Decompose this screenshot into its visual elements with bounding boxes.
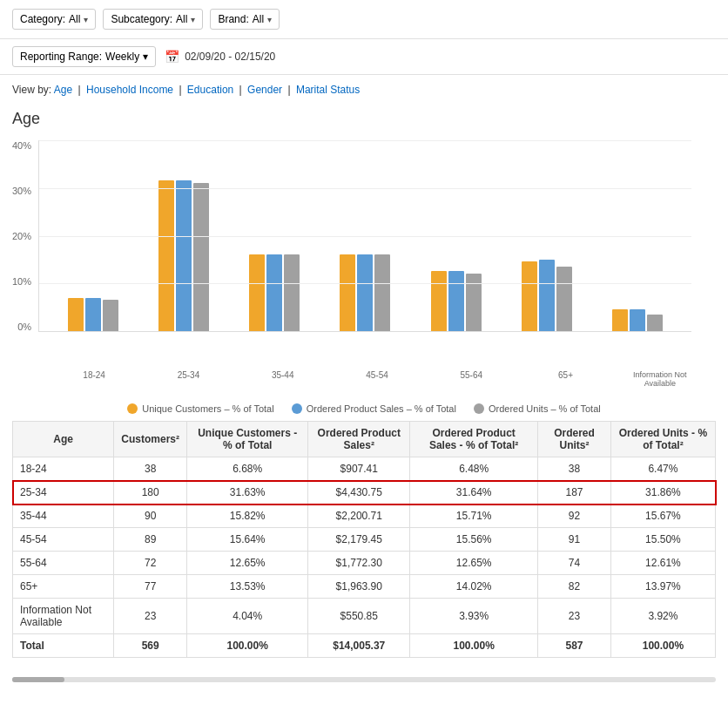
bar-gray-info-na — [647, 315, 663, 331]
category-filter[interactable]: Category: All ▾ — [12, 9, 96, 30]
gridline-10 — [39, 283, 691, 284]
view-by-household-income[interactable]: Household Income — [86, 84, 173, 96]
cell-ops-pct-6: 3.93% — [410, 599, 538, 634]
cell-age-6: Information Not Available — [13, 599, 114, 634]
legend-dot-orange — [127, 403, 138, 414]
table-total-row: Total 569 100.00% $14,005.37 100.00% 587… — [13, 634, 716, 658]
cell-age-4: 55-64 — [13, 552, 114, 575]
table-row: 35-44 90 15.82% $2,200.71 15.71% 92 15.6… — [13, 504, 716, 528]
y-label-20: 20% — [12, 231, 31, 241]
cell-customers-4: 72 — [114, 552, 187, 575]
cell-customers-3: 89 — [114, 528, 187, 552]
cell-ops-pct-5: 14.02% — [410, 575, 538, 599]
view-by-education[interactable]: Education — [187, 84, 233, 96]
view-by-marital-status[interactable]: Marital Status — [296, 84, 360, 96]
bar-gray-55-64 — [466, 274, 482, 331]
bar-trio-35-44 — [249, 254, 300, 331]
y-label-40: 40% — [12, 140, 31, 151]
reporting-chevron-icon: ▾ — [143, 51, 148, 63]
reporting-range-filter[interactable]: Reporting Range: Weekly ▾ — [12, 46, 156, 67]
bar-blue-18-24 — [85, 298, 101, 332]
cell-total-label: Total — [13, 634, 114, 658]
legend-dot-blue — [292, 403, 302, 414]
separator-1: | — [78, 84, 81, 96]
y-label-30: 30% — [12, 186, 31, 196]
cell-age-2: 35-44 — [13, 504, 114, 528]
bar-group-25-34 — [158, 180, 209, 331]
y-label-0: 0% — [17, 322, 31, 332]
cell-ops-pct-1: 31.64% — [410, 481, 538, 504]
cell-uc-pct-4: 12.65% — [187, 552, 308, 575]
gridline-30 — [39, 188, 691, 189]
calendar-icon: 📅 — [165, 50, 179, 64]
cell-customers-0: 38 — [114, 457, 187, 481]
subcategory-value: All — [176, 13, 187, 25]
cell-ops-pct-4: 12.65% — [410, 552, 538, 575]
view-by-gender[interactable]: Gender — [247, 84, 282, 96]
brand-filter[interactable]: Brand: All ▾ — [210, 9, 280, 30]
separator-3: | — [239, 84, 242, 96]
bar-trio-25-34 — [158, 180, 209, 331]
bar-blue-45-54 — [357, 254, 373, 331]
cell-customers-2: 90 — [114, 504, 187, 528]
legend-dot-gray — [474, 403, 484, 414]
th-ou-pct: Ordered Units - % of Total² — [610, 422, 715, 457]
chart-title: Age — [0, 105, 728, 132]
legend-ordered-product-sales: Ordered Product Sales – % of Total — [292, 403, 456, 414]
bar-gray-18-24 — [103, 300, 118, 331]
bar-orange-info-na — [612, 309, 628, 331]
cell-ou-6: 23 — [538, 599, 611, 634]
brand-value: All — [253, 13, 264, 25]
category-value: All — [69, 13, 80, 25]
bar-group-18-24 — [68, 298, 118, 332]
cell-ops-2: $2,200.71 — [308, 504, 410, 528]
bar-orange-45-54 — [340, 254, 355, 331]
date-range-text: 02/09/20 - 02/15/20 — [185, 51, 275, 63]
cell-uc-pct-6: 4.04% — [187, 599, 308, 634]
bar-trio-55-64 — [431, 271, 482, 331]
legend-ordered-units: Ordered Units – % of Total — [474, 403, 601, 414]
subcategory-filter[interactable]: Subcategory: All ▾ — [103, 9, 203, 30]
cell-ou-pct-0: 6.47% — [610, 457, 715, 481]
table-row: 65+ 77 13.53% $1,963.90 14.02% 82 13.97% — [13, 575, 716, 599]
cell-customers-6: 23 — [114, 599, 187, 634]
x-label-35-44: 35-44 — [248, 370, 318, 388]
cell-ou-5: 82 — [538, 575, 611, 599]
x-label-25-34: 25-34 — [153, 370, 223, 388]
bar-blue-65plus — [539, 260, 555, 332]
cell-uc-pct-2: 15.82% — [187, 504, 308, 528]
subcategory-chevron-icon: ▾ — [191, 15, 195, 24]
bar-orange-25-34 — [158, 180, 174, 331]
bar-group-45-54 — [340, 254, 390, 331]
filter-bar: Category: All ▾ Subcategory: All ▾ Brand… — [0, 0, 728, 39]
scrollbar-track — [12, 677, 716, 682]
x-label-65plus: 65+ — [531, 370, 601, 388]
bar-trio-65plus — [522, 260, 572, 332]
table-row: 55-64 72 12.65% $1,772.30 12.65% 74 12.6… — [13, 552, 716, 575]
cell-ops-0: $907.41 — [308, 457, 410, 481]
cell-ou-pct-6: 3.92% — [610, 599, 715, 634]
date-range-display: 📅 02/09/20 - 02/15/20 — [165, 50, 275, 64]
th-age: Age — [13, 422, 114, 457]
cell-ops-3: $2,179.45 — [308, 528, 410, 552]
table-row: 18-24 38 6.68% $907.41 6.48% 38 6.47% — [13, 457, 716, 481]
th-ops: Ordered Product Sales² — [308, 422, 410, 457]
cell-ou-3: 91 — [538, 528, 611, 552]
scrollbar-thumb[interactable] — [12, 677, 64, 682]
category-label: Category: — [20, 13, 65, 25]
bar-orange-55-64 — [431, 271, 447, 331]
cell-age-5: 65+ — [13, 575, 114, 599]
cell-ou-1: 187 — [538, 481, 611, 504]
bar-group-info-na — [612, 309, 663, 331]
reporting-label: Reporting Range: — [20, 51, 102, 63]
cell-ou-4: 74 — [538, 552, 611, 575]
th-ou: Ordered Units² — [538, 422, 611, 457]
scrollbar-area[interactable] — [0, 675, 728, 691]
cell-uc-pct-0: 6.68% — [187, 457, 308, 481]
x-label-info-na: Information Not Available — [625, 370, 695, 388]
cell-total-customers: 569 — [114, 634, 187, 658]
view-by-age[interactable]: Age — [54, 84, 72, 96]
th-ops-pct: Ordered Product Sales - % of Total² — [410, 422, 538, 457]
cell-ops-6: $550.85 — [308, 599, 410, 634]
bar-orange-35-44 — [249, 254, 265, 331]
